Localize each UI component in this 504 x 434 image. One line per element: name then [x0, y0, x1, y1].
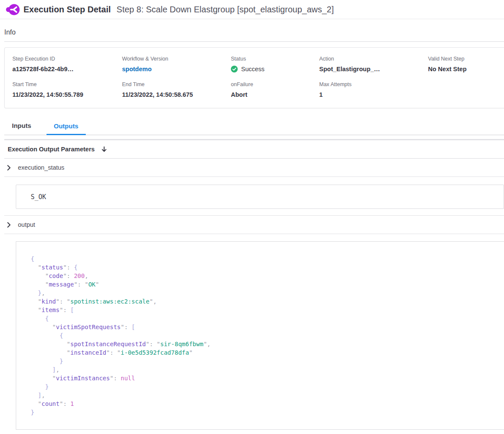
status-badge: Success: [231, 66, 319, 72]
field-workflow-version: Workflow & Version spotdemo: [122, 56, 231, 72]
check-circle-icon: [231, 66, 238, 72]
field-value: No Next Step: [428, 66, 504, 72]
param-name-execution-status: execution_status: [18, 164, 64, 171]
field-status: Status Success: [231, 56, 319, 72]
execution-status-value-wrap: S_OK: [4, 177, 504, 216]
field-value: a125728f-6b22-4b9…: [12, 66, 122, 72]
param-row-output[interactable]: output: [4, 216, 504, 234]
field-action: Action Spot_Elastigroup_…: [319, 56, 428, 72]
field-value: 11/23/2022, 14:50:58.675: [122, 91, 231, 98]
field-label: Workflow & Version: [122, 56, 231, 62]
chevron-right-icon: [7, 222, 12, 228]
execution-status-value: S_OK: [16, 185, 504, 209]
field-label: Action: [319, 56, 428, 62]
field-label: End Time: [122, 81, 231, 87]
field-label: Max Attempts: [319, 81, 428, 87]
info-section-heading: Info: [4, 19, 504, 42]
field-label: Step Execution ID: [12, 56, 122, 62]
field-value: Spot_Elastigroup_…: [319, 66, 428, 72]
field-value: Abort: [231, 91, 319, 98]
status-text: Success: [241, 66, 265, 72]
tab-outputs[interactable]: Outputs: [47, 119, 86, 135]
param-row-execution-status[interactable]: execution_status: [4, 159, 504, 177]
field-start-time: Start Time 11/23/2022, 14:50:55.789: [12, 81, 122, 98]
field-label: Start Time: [12, 81, 122, 87]
field-end-time: End Time 11/23/2022, 14:50:58.675: [122, 81, 231, 98]
field-onfailure: onFailure Abort: [231, 81, 319, 98]
field-label: Status: [231, 56, 319, 62]
resolve-brand-icon: [6, 4, 20, 15]
field-empty: [428, 81, 504, 98]
execution-output-parameters-header: Execution Output Parameters: [4, 140, 504, 159]
output-json-code: { "status": { "code": 200, "message": "O…: [31, 255, 504, 417]
info-card: Step Execution ID a125728f-6b22-4b9… Wor…: [4, 47, 504, 108]
page-title-main: Execution Step Detail: [23, 5, 111, 14]
param-name-output: output: [18, 221, 35, 228]
field-max-attempts: Max Attempts 1: [319, 81, 428, 98]
field-value: 11/23/2022, 14:50:55.789: [12, 91, 122, 98]
field-valid-next-step: Valid Next Step No Next Step: [428, 56, 504, 72]
output-json-wrap: { "status": { "code": 200, "message": "O…: [16, 241, 504, 430]
output-json-box: { "status": { "code": 200, "message": "O…: [16, 241, 504, 430]
field-label: onFailure: [231, 81, 319, 87]
execution-output-parameters-title: Execution Output Parameters: [8, 146, 95, 153]
arrow-down-icon[interactable]: [101, 146, 108, 153]
page-title: Execution Step Detail Step 8: Scale Down…: [23, 5, 334, 14]
chevron-right-icon: [7, 165, 12, 171]
field-value: 1: [319, 91, 428, 98]
field-label: Valid Next Step: [428, 56, 504, 62]
workflow-link[interactable]: spotdemo: [122, 66, 231, 72]
tab-bar: Inputs Outputs: [4, 119, 504, 135]
field-step-execution-id: Step Execution ID a125728f-6b22-4b9…: [12, 56, 122, 72]
page-title-step: Step 8: Scale Down Elastgroup [spot_elas…: [117, 5, 334, 14]
tab-inputs[interactable]: Inputs: [12, 119, 31, 135]
page-header: Execution Step Detail Step 8: Scale Down…: [0, 0, 504, 19]
